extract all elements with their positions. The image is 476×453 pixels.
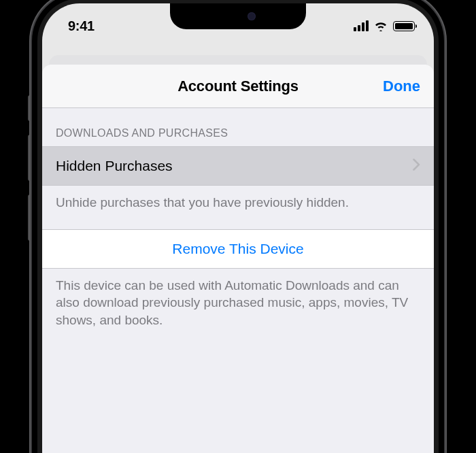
status-icons	[354, 20, 415, 31]
front-camera-icon	[248, 12, 256, 20]
wifi-icon	[373, 20, 388, 31]
phone-screen: 9:41	[42, 3, 434, 453]
section-header-downloads: DOWNLOADS AND PURCHASES	[42, 108, 434, 146]
page-title: Account Settings	[177, 78, 299, 95]
remove-device-button[interactable]: Remove This Device	[42, 229, 434, 269]
hidden-purchases-label: Hidden Purchases	[56, 158, 173, 174]
phone-side-buttons	[28, 95, 31, 254]
remove-device-footer: This device can be used with Automatic D…	[42, 269, 434, 347]
hidden-purchases-footer: Unhide purchases that you have previousl…	[42, 186, 434, 229]
account-settings-modal: Account Settings Done DOWNLOADS AND PURC…	[42, 65, 434, 453]
battery-icon	[393, 21, 415, 31]
navigation-bar: Account Settings Done	[42, 65, 434, 108]
status-time: 9:41	[68, 18, 95, 34]
notch	[170, 3, 306, 29]
chevron-right-icon	[413, 158, 420, 173]
hidden-purchases-row[interactable]: Hidden Purchases	[42, 146, 434, 186]
phone-frame: 9:41	[32, 0, 444, 453]
done-button[interactable]: Done	[383, 78, 420, 95]
cellular-icon	[354, 20, 369, 31]
